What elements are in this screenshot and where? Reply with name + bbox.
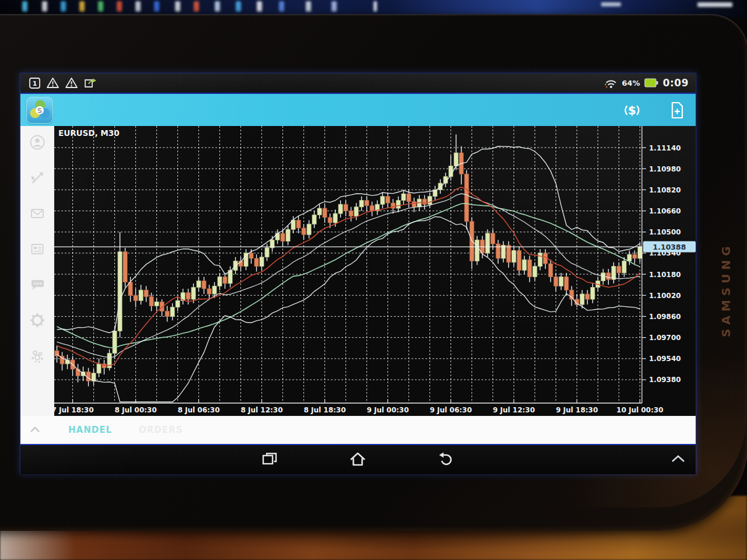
svg-text:1.09700: 1.09700 <box>649 334 681 342</box>
back-button[interactable] <box>436 451 453 467</box>
screenshot-share-icon <box>83 76 99 89</box>
new-order-icon[interactable] <box>669 101 685 120</box>
battery-icon <box>644 77 659 89</box>
svg-text:1: 1 <box>33 80 37 88</box>
svg-text:1.09540: 1.09540 <box>649 355 681 363</box>
svg-text:1.10180: 1.10180 <box>649 271 681 279</box>
svg-text:9 Jul 00:30: 9 Jul 00:30 <box>366 406 409 414</box>
svg-text:10 Jul 00:30: 10 Jul 00:30 <box>616 406 663 414</box>
svg-text:1.11140: 1.11140 <box>649 144 681 152</box>
tab-handel[interactable]: HANDEL <box>68 425 112 435</box>
app-header: S $ <box>20 93 696 126</box>
svg-text:1.10020: 1.10020 <box>649 292 681 300</box>
sidebar <box>20 126 54 416</box>
account-icon[interactable] <box>29 134 46 150</box>
wifi-icon <box>603 76 618 90</box>
news-icon[interactable] <box>29 241 46 257</box>
svg-text:1.10500: 1.10500 <box>649 228 681 236</box>
tablet-screen: 1 <box>20 74 696 474</box>
chart-area: 1.111401.109801.108201.106601.105001.103… <box>54 126 696 416</box>
samsung-brand-label: SAMSUNG <box>719 242 733 337</box>
svg-text:8 Jul 12:30: 8 Jul 12:30 <box>240 406 282 414</box>
svg-text:S: S <box>37 106 43 114</box>
trade-arrows-icon[interactable] <box>29 170 46 186</box>
svg-text:8 Jul 18:30: 8 Jul 18:30 <box>303 406 345 414</box>
notification-count-icon: 1 <box>29 76 41 89</box>
clock: 0:09 <box>663 77 689 89</box>
price-chart[interactable]: 1.111401.109801.108201.106601.105001.103… <box>54 126 696 416</box>
android-nav-bar <box>20 445 696 474</box>
svg-text:9 Jul 18:30: 9 Jul 18:30 <box>556 406 598 414</box>
svg-text:1.10388: 1.10388 <box>653 243 686 251</box>
svg-text:7 Jul 18:30: 7 Jul 18:30 <box>54 406 94 414</box>
svg-text:8 Jul 00:30: 8 Jul 00:30 <box>114 406 156 414</box>
warning-icon <box>65 76 78 89</box>
settings-gear-icon[interactable] <box>29 312 46 328</box>
svg-text:8 Jul 06:30: 8 Jul 06:30 <box>177 406 219 414</box>
warning-icon <box>46 76 60 89</box>
photo-of-tablet: { "device": { "brand": "SAMSUNG" }, "sta… <box>0 0 747 560</box>
svg-text:9 Jul 06:30: 9 Jul 06:30 <box>430 406 472 414</box>
svg-text:$: $ <box>628 103 636 117</box>
community-icon[interactable] <box>29 348 46 364</box>
collapse-chevron-icon[interactable] <box>29 425 41 435</box>
svg-text:1.09380: 1.09380 <box>649 376 681 384</box>
svg-text:1.10660: 1.10660 <box>649 207 681 215</box>
svg-text:1.09860: 1.09860 <box>649 313 681 321</box>
app-body: 1.111401.109801.108201.106601.105001.103… <box>20 126 696 416</box>
svg-text:1.10980: 1.10980 <box>649 165 681 173</box>
current-price-badge: 1.10388 <box>643 242 696 253</box>
home-button[interactable] <box>348 451 367 467</box>
quotes-dollar-icon[interactable]: $ <box>622 102 642 119</box>
battery-percent: 64% <box>622 79 640 88</box>
recent-apps-button[interactable] <box>261 451 278 467</box>
tab-orders[interactable]: ORDERS <box>139 425 183 435</box>
nav-chevron-up-icon[interactable] <box>669 453 687 465</box>
chat-icon[interactable] <box>29 276 46 293</box>
mail-icon[interactable] <box>29 205 46 222</box>
svg-text:1.10820: 1.10820 <box>649 186 681 194</box>
chart-symbol-title: EURUSD, M30 <box>58 128 120 138</box>
svg-text:9 Jul 12:30: 9 Jul 12:30 <box>493 406 535 414</box>
bottom-tab-bar: HANDEL ORDERS <box>20 416 696 444</box>
android-status-bar: 1 <box>20 74 696 93</box>
metatrader-logo[interactable]: S <box>26 97 53 124</box>
